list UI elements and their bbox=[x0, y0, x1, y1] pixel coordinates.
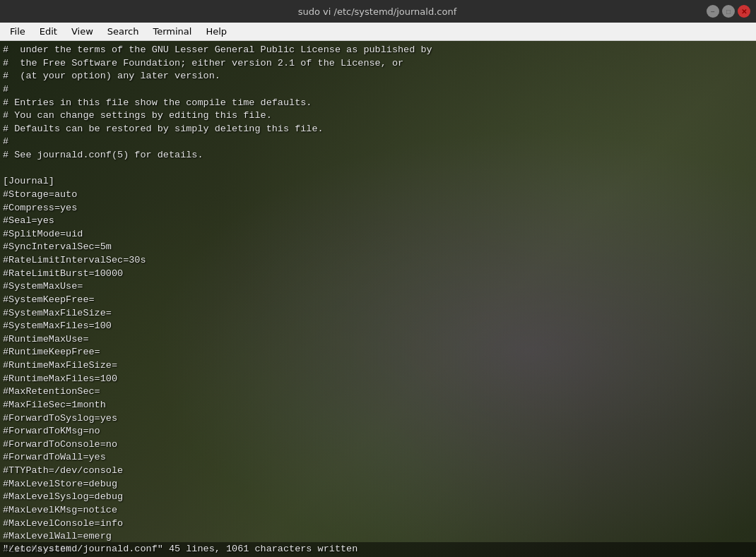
menu-help[interactable]: Help bbox=[199, 25, 234, 38]
menu-file[interactable]: File bbox=[3, 25, 33, 38]
menu-view[interactable]: View bbox=[64, 25, 100, 38]
window-controls: − □ ✕ bbox=[707, 5, 750, 18]
status-line-2: "/etc/systemd/journald.conf" 45 lines, 1… bbox=[0, 542, 756, 557]
terminal-text-content: # under the terms of the GNU Lesser Gene… bbox=[3, 44, 753, 557]
menu-terminal[interactable]: Terminal bbox=[146, 25, 199, 38]
minimize-button[interactable]: − bbox=[707, 5, 719, 18]
window-title: sudo vi /etc/systemd/journald.conf bbox=[48, 6, 707, 17]
menu-search[interactable]: Search bbox=[100, 25, 146, 38]
terminal-content[interactable]: # under the terms of the GNU Lesser Gene… bbox=[0, 41, 756, 557]
menu-bar: File Edit View Search Terminal Help bbox=[0, 23, 756, 41]
status-bar: "/etc/systemd/journald.conf" 45 lines, 1… bbox=[0, 542, 756, 557]
maximize-button[interactable]: □ bbox=[722, 5, 735, 18]
close-button[interactable]: ✕ bbox=[738, 5, 750, 18]
title-bar: sudo vi /etc/systemd/journald.conf − □ ✕ bbox=[0, 0, 756, 23]
menu-edit[interactable]: Edit bbox=[33, 25, 64, 38]
terminal-area[interactable]: # under the terms of the GNU Lesser Gene… bbox=[0, 41, 756, 557]
